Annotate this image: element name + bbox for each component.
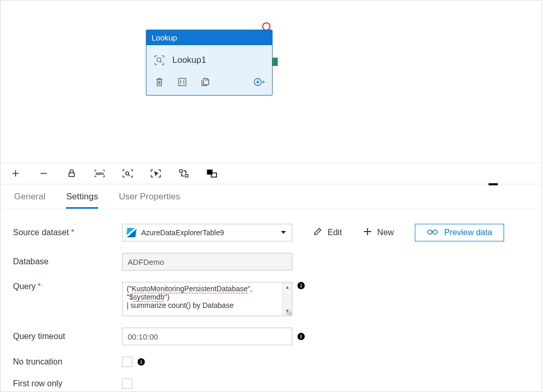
chevron-down-icon	[280, 228, 287, 237]
tab-settings[interactable]: Settings	[66, 192, 98, 209]
success-connector-icon[interactable]	[273, 58, 278, 66]
svg-rect-7	[185, 174, 188, 177]
lookup-activity-node[interactable]: Lookup Lookup1	[146, 30, 273, 96]
tab-user-properties[interactable]: User Properties	[119, 192, 180, 209]
query-field[interactable]: ("KustoMonitoringPersistentDatabase", "$…	[123, 282, 282, 316]
fullscreen-cursor-icon[interactable]	[150, 168, 161, 179]
tab-general[interactable]: General	[14, 192, 45, 209]
new-button[interactable]: New	[363, 227, 394, 238]
minimap-icon[interactable]	[206, 168, 218, 179]
svg-rect-6	[180, 170, 182, 172]
svg-rect-3	[69, 173, 74, 177]
svg-point-0	[157, 58, 161, 62]
zoom-in-icon[interactable]	[10, 168, 21, 179]
plus-icon	[363, 227, 372, 238]
query-label: Query*	[13, 282, 122, 291]
preview-data-button[interactable]: Preview data	[415, 224, 505, 241]
svg-rect-1	[179, 78, 186, 86]
info-icon[interactable]: i	[138, 358, 145, 366]
resize-grip-icon[interactable]	[286, 310, 291, 315]
zoom-100-icon[interactable]: 100%	[94, 168, 105, 179]
svg-point-5	[126, 172, 129, 175]
properties-tabs: General Settings User Properties	[1, 184, 541, 209]
query-field-wrapper: ("KustoMonitoringPersistentDatabase", "$…	[122, 282, 292, 316]
node-type-label: Lookup	[146, 30, 272, 45]
auto-arrange-icon[interactable]	[178, 168, 189, 179]
database-field	[122, 253, 292, 271]
svg-point-11	[433, 230, 437, 234]
zoom-out-icon[interactable]	[38, 168, 49, 179]
scroll-up-icon[interactable]: ▲	[283, 282, 292, 292]
info-icon[interactable]: i	[297, 282, 305, 289]
lock-icon[interactable]	[66, 168, 77, 179]
add-next-icon[interactable]	[253, 76, 265, 88]
edit-button[interactable]: Edit	[313, 227, 342, 238]
pencil-icon	[313, 227, 322, 238]
svg-text:100%: 100%	[96, 172, 104, 175]
zoom-to-fit-icon[interactable]	[122, 168, 133, 179]
source-dataset-value: AzureDataExplorerTable9	[141, 228, 224, 237]
adx-icon	[126, 228, 137, 237]
panel-collapse-icon[interactable]	[489, 183, 498, 185]
svg-point-10	[428, 230, 432, 234]
source-dataset-dropdown[interactable]: AzureDataExplorerTable9	[122, 224, 292, 241]
settings-form: Source dataset* AzureDataExplorerTable9 …	[1, 209, 541, 392]
no-truncation-label: No truncation	[13, 357, 122, 367]
no-truncation-checkbox[interactable]	[122, 357, 132, 367]
database-label: Database	[13, 257, 122, 266]
query-timeout-field[interactable]	[122, 328, 292, 345]
info-icon[interactable]: i	[297, 333, 305, 340]
first-row-only-checkbox[interactable]	[122, 379, 132, 389]
source-dataset-label: Source dataset*	[13, 228, 122, 237]
first-row-only-label: First row only	[13, 379, 122, 388]
pipeline-canvas[interactable]: Lookup Lookup1	[1, 1, 541, 163]
node-name: Lookup1	[172, 55, 206, 65]
query-timeout-label: Query timeout	[13, 332, 122, 341]
delete-icon[interactable]	[154, 76, 165, 88]
lookup-icon	[154, 55, 165, 66]
copy-icon[interactable]	[199, 76, 211, 88]
canvas-toolbar: 100%	[1, 163, 541, 184]
glasses-icon	[427, 228, 438, 237]
code-icon[interactable]	[177, 76, 188, 88]
